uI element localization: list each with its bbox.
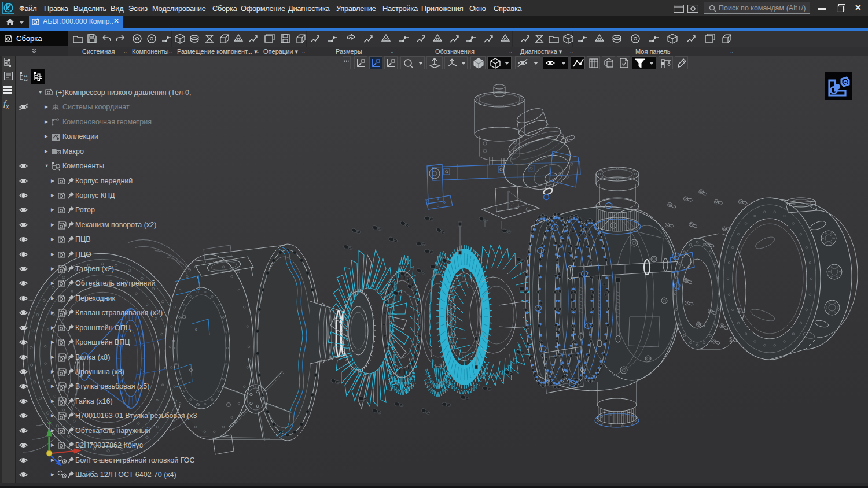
svg-text:11: 11 <box>24 74 28 77</box>
svg-text:o: o <box>195 327 197 331</box>
svg-text:12: 12 <box>24 78 28 82</box>
